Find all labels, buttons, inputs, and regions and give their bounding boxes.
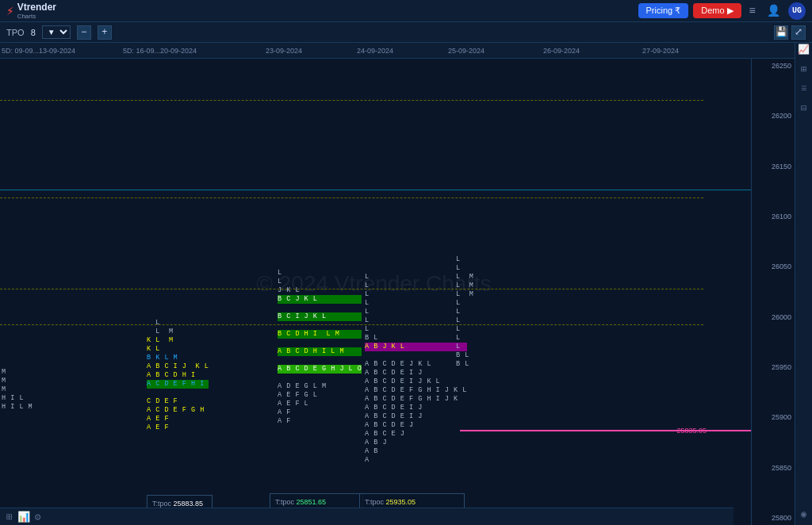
grid-icon[interactable]: ⊞ [799,62,808,77]
date-2: 5D: 16-09...20-09-2024 [123,47,197,55]
chart-area: 5D: 09-09...13-09-2024 5D: 16-09...20-09… [0,43,795,525]
tpo-select[interactable]: ▼ [42,25,71,39]
price-axis: 26250 26200 26150 26100 26050 26000 2595… [751,59,795,525]
bottom-icon-3[interactable]: ⚙ [35,511,41,523]
price-25800: 25800 [752,514,795,522]
date-ruler: 5D: 09-09...13-09-2024 5D: 16-09...20-09… [0,43,795,59]
price-line-pink [460,430,751,431]
bottom-icon-1[interactable]: ⊞ [6,511,13,523]
pricing-button[interactable]: Pricing ₹ [638,3,689,18]
profile-25sep: L L L M L M L M L L L L L L B L B L T:tp… [456,255,473,525]
expand-button[interactable]: ⤢ [791,25,806,40]
date-6: 26-09-2024 [543,47,580,55]
price-26100: 26100 [752,213,795,220]
minus-button[interactable]: − [77,25,91,40]
price-25900: 25900 [752,413,795,421]
list-icon[interactable]: ≡ [799,82,808,96]
logo-subtitle: Charts [17,13,56,20]
date-7: 27-09-2024 [642,47,679,55]
demo-button[interactable]: Demo ▶ [693,3,741,18]
hline-1 [0,100,703,101]
logo-mark: ⚡ [6,3,14,19]
profile-5d-1: L L M K L M K L B K L M A B C I J K L A … [147,319,209,432]
bottom-icon-2[interactable]: 📊 [17,511,30,523]
price-25950: 25950 [752,363,795,371]
price-26200: 26200 [752,112,795,120]
toolbar: TPO 8 ▼ − + 💾 ⤢ [0,22,812,43]
tpo-value: 8 [31,28,36,37]
logo: ⚡ Vtrender Charts [6,2,56,20]
price-line-cyan [0,190,751,190]
toolbar-right: 💾 ⤢ [774,25,806,40]
hline-2 [0,197,703,198]
price-26250: 26250 [752,62,795,70]
right-sidebar: Live 📈 ⊞ ≡ ⊟ ◉ [795,22,812,525]
settings-icon[interactable]: ◉ [799,507,808,522]
date-5: 25-09-2024 [448,47,485,55]
user-icon[interactable]: 👤 [764,2,783,19]
avatar[interactable]: UG [788,2,806,20]
price-26000: 26000 [752,313,795,321]
header-controls: Pricing ₹ Demo ▶ ≡ 👤 UG [638,2,806,20]
plus-button[interactable]: + [98,25,112,40]
bottom-bar: ⊞ 📊 ⚙ [0,508,733,525]
menu-icon[interactable]: ≡ [746,3,759,19]
logo-text: Vtrender [17,2,56,13]
tpo-label: TPO [6,28,25,37]
save-button[interactable]: 💾 [774,25,788,40]
profile-23sep: L L J K L B C J K L B C I J K L B C D H … [278,269,362,426]
chart-icon[interactable]: 📈 [796,42,811,57]
minus-icon[interactable]: ⊟ [799,101,808,116]
price-25850: 25850 [752,464,795,472]
price-26050: 26050 [752,262,795,270]
date-3: 23-09-2024 [266,47,302,55]
date-4: 24-09-2024 [357,47,393,55]
price-line-pink-label: 25835.05 [676,427,707,435]
profile-24sep: L L L L L L L B L A B J K L A B C D E J … [365,273,467,465]
date-1: 5D: 09-09...13-09-2024 [2,47,75,55]
profile-old-5d: M M M H I L H I L M [2,368,33,412]
price-26150: 26150 [752,163,795,171]
header: ⚡ Vtrender Charts Pricing ₹ Demo ▶ ≡ 👤 U… [0,0,812,22]
tpo-content: 25835.05 M M M H I L H I L M L L M K L M… [0,59,751,525]
